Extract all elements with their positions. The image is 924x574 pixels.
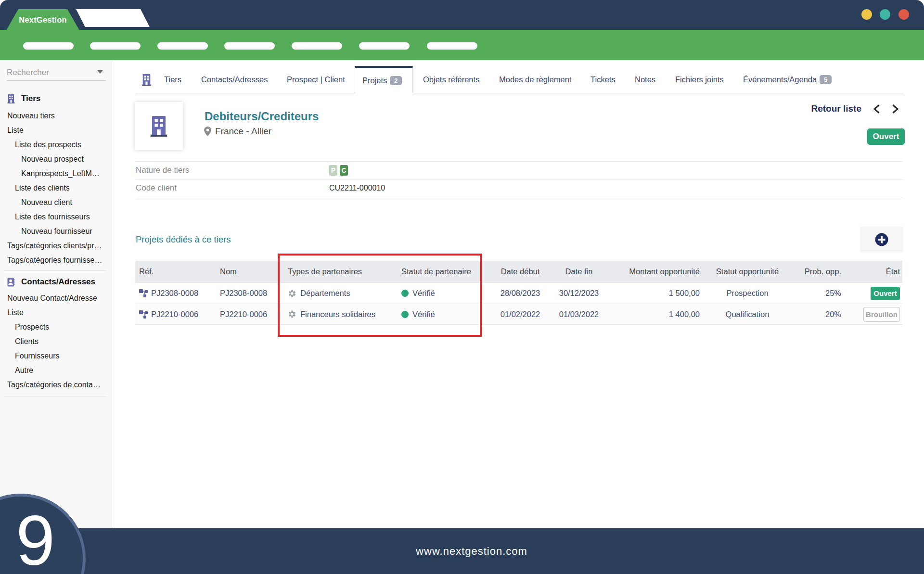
table-row[interactable]: PJ2210-0006 PJ2210-0006 Financeurs solid… [135, 304, 902, 324]
sidebar-item-liste-des-fournisseurs[interactable]: Liste des fournisseurs [0, 210, 112, 224]
partner-type: Départements [300, 289, 350, 298]
nature-badge-c: C [340, 165, 348, 176]
chevron-left-icon[interactable] [873, 104, 881, 114]
sidebar-item-nouveau-fournisseur[interactable]: Nouveau fournisseur [0, 224, 112, 239]
project-nom: PJ2308-0008 [213, 283, 282, 304]
record-status-button[interactable]: Ouvert [867, 128, 905, 145]
nav-pill-placeholder[interactable] [359, 42, 410, 50]
tab-objets-referents[interactable]: Objets référents [423, 66, 479, 93]
sidebar-group-contacts: Nouveau Contact/Adresse Liste Prospects … [0, 291, 112, 392]
nav-pill-placeholder[interactable] [292, 42, 342, 50]
sidebar-item-nouveau-client[interactable]: Nouveau client [0, 195, 112, 210]
sidebar-item-liste-des-prospects[interactable]: Liste des prospects [0, 138, 112, 152]
tab-home[interactable] [135, 66, 157, 93]
prob-opp: 25% [790, 283, 846, 304]
window-title-bar: NextGestion [0, 0, 924, 30]
sidebar-item-fournisseurs[interactable]: Fournisseurs [0, 349, 112, 363]
window-light-red-icon[interactable] [898, 9, 909, 20]
column-header-etat[interactable]: État [846, 261, 902, 282]
column-header-date-fin[interactable]: Date fin [554, 261, 604, 282]
window-light-teal-icon[interactable] [880, 9, 890, 20]
sidebar-item-liste-contacts[interactable]: Liste [0, 306, 112, 320]
column-header-montant[interactable]: Montant opportunité [604, 261, 705, 282]
sidebar-item-tags-clients[interactable]: Tags/catégories clients/pr… [0, 239, 112, 253]
tab-fichiers-joints[interactable]: Fichiers joints [675, 66, 724, 93]
field-value: P C [329, 165, 350, 176]
location-pin-icon [204, 127, 211, 136]
column-header-date-debut[interactable]: Date début [487, 261, 554, 282]
tab-evenements-agenda[interactable]: Événements/Agenda 5 [743, 66, 832, 93]
projects-table: Réf. Nom Types de partenaires Statut de … [135, 261, 902, 325]
table-row[interactable]: PJ2308-0008 PJ2308-0008 Départements Vér… [135, 282, 902, 304]
tab-tickets[interactable]: Tickets [590, 66, 616, 93]
sidebar-divider [4, 396, 106, 396]
column-header-ref[interactable]: Réf. [135, 261, 213, 282]
tab-notes[interactable]: Notes [635, 66, 655, 93]
sidebar-section-tiers: Tiers [0, 91, 112, 106]
sidebar-item-tags-fournisseurs[interactable]: Tags/catégories fournisse… [0, 253, 112, 268]
building-icon [150, 116, 168, 137]
tab-count-badge: 5 [820, 75, 832, 84]
state-badge-brouillon[interactable]: Brouillon [863, 307, 900, 322]
brand-logo[interactable]: NextGestion [6, 9, 79, 30]
projects-table-body: PJ2308-0008 PJ2308-0008 Départements Vér… [135, 282, 902, 325]
nav-pill-placeholder[interactable] [224, 42, 275, 50]
column-header-statut-partenaire[interactable]: Statut de partenaire [395, 261, 487, 282]
field-label: Code client [135, 183, 329, 193]
add-project-button[interactable] [860, 227, 903, 253]
column-header-types-partenaires[interactable]: Types de partenaires [282, 261, 395, 282]
sidebar-section-title: Contacts/Adresses [21, 277, 95, 287]
gear-icon [288, 310, 296, 319]
corner-number: 9 [16, 506, 55, 574]
nav-pill-placeholder[interactable] [23, 42, 74, 50]
project-ref-link[interactable]: PJ2210-0006 [151, 310, 198, 319]
page-title: Debiteurs/Crediteurs [205, 110, 319, 123]
project-ref-link[interactable]: PJ2308-0008 [151, 289, 198, 298]
sidebar-item-kanprospects[interactable]: Kanprospects_LeftM… [0, 166, 112, 181]
sidebar-item-liste-des-clients[interactable]: Liste des clients [0, 181, 112, 195]
sidebar-item-prospects[interactable]: Prospects [0, 320, 112, 334]
title-bar-placeholder-shape [76, 9, 150, 27]
column-header-statut-opportunite[interactable]: Statut opportunité [705, 261, 790, 282]
sidebar-item-autre[interactable]: Autre [0, 363, 112, 378]
status-dot-icon [401, 311, 409, 318]
sidebar-item-liste-tiers[interactable]: Liste [0, 123, 112, 138]
column-header-prob[interactable]: Prob. opp. [790, 261, 846, 282]
statut-opportunite: Prospection [705, 283, 790, 304]
status-dot-icon [401, 290, 409, 297]
record-avatar-card [135, 102, 183, 150]
window-light-yellow-icon[interactable] [861, 9, 872, 20]
sidebar-item-nouveau-prospect[interactable]: Nouveau prospect [0, 152, 112, 166]
footer-url[interactable]: www.nextgestion.com [416, 545, 527, 558]
partner-status: Vérifié [412, 289, 435, 298]
state-badge-ouvert[interactable]: Ouvert [871, 287, 900, 300]
sidebar-item-clients[interactable]: Clients [0, 334, 112, 349]
tab-tiers[interactable]: Tiers [164, 66, 181, 93]
column-header-nom[interactable]: Nom [213, 261, 282, 282]
sidebar-item-tags-contacts[interactable]: Tags/catégories de conta… [0, 378, 112, 392]
tab-projets[interactable]: Projets 2 [355, 66, 413, 93]
sidebar-group-tiers: Nouveau tiers Liste Liste des prospects … [0, 109, 112, 268]
tab-contacts-adresses[interactable]: Contacts/Adresses [201, 66, 268, 93]
plus-circle-icon [875, 233, 888, 246]
prob-opp: 20% [790, 304, 846, 324]
nav-pill-placeholder[interactable] [157, 42, 208, 50]
date-fin: 01/03/2022 [554, 304, 604, 324]
date-debut: 28/08/2023 [487, 283, 554, 304]
building-icon [7, 94, 15, 103]
back-to-list-link[interactable]: Retour liste [811, 103, 861, 114]
sidebar-item-nouveau-contact[interactable]: Nouveau Contact/Adresse [0, 291, 112, 306]
record-location: France - Allier [204, 126, 271, 137]
nav-pill-placeholder[interactable] [427, 42, 477, 50]
sidebar-item-nouveau-tiers[interactable]: Nouveau tiers [0, 109, 112, 123]
montant-opportunite: 1 500,00 [604, 283, 705, 304]
building-icon [141, 74, 152, 86]
projects-table-header: Réf. Nom Types de partenaires Statut de … [135, 261, 902, 282]
nav-pill-placeholder[interactable] [90, 42, 141, 50]
date-debut: 01/02/2022 [487, 304, 554, 324]
tab-modes-de-reglement[interactable]: Modes de règlement [499, 66, 571, 93]
nature-badge-p: P [329, 165, 337, 176]
tab-prospect-client[interactable]: Prospect | Client [287, 66, 345, 93]
chevron-right-icon[interactable] [891, 104, 899, 114]
sidebar: Rechercher Tiers Nouveau tiers Liste Lis… [0, 60, 112, 528]
